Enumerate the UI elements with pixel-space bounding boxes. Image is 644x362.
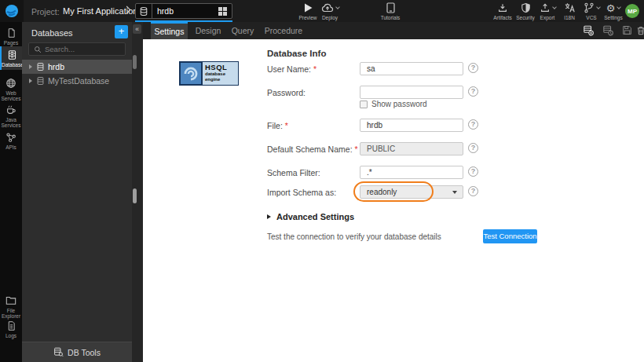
help-icon[interactable]: ? xyxy=(468,143,478,153)
globe-icon xyxy=(0,77,22,89)
password-label: Password: xyxy=(267,88,361,97)
tab-design[interactable]: Design xyxy=(192,22,225,39)
tutorials-book-icon xyxy=(375,2,406,13)
scrollbar-thumb[interactable] xyxy=(133,55,137,69)
username-label: User Name:* xyxy=(267,64,361,74)
show-password-checkbox[interactable] xyxy=(360,101,368,108)
tutorials-button[interactable]: Tutorials xyxy=(375,2,406,20)
hsql-spiral-icon xyxy=(179,61,203,86)
db-tree-item-hrdb[interactable]: hrdb xyxy=(22,60,132,74)
add-database-button[interactable]: + xyxy=(115,25,128,38)
search-input[interactable] xyxy=(45,45,119,53)
expand-caret-icon xyxy=(267,214,271,219)
sidebar-item-file-explorer[interactable]: File Explorer xyxy=(0,292,22,319)
sidebar-item-logs[interactable]: Logs xyxy=(0,317,22,338)
expand-caret-icon[interactable] xyxy=(29,64,32,69)
schema-filter-field[interactable] xyxy=(360,166,463,179)
log-file-icon xyxy=(0,320,22,331)
test-connection-button[interactable]: Test Connection xyxy=(483,229,537,243)
file-field[interactable] xyxy=(360,119,463,132)
databases-panel: Databases + hrdb MyTestDatabase xyxy=(22,22,132,362)
db-tools-icon xyxy=(53,347,64,357)
gear-icon: ⚙ xyxy=(606,3,616,13)
collapse-panel-button[interactable]: « xyxy=(133,24,141,34)
coffee-cup-icon xyxy=(0,104,22,115)
top-bar: Project: My First Application hrdb Previ… xyxy=(0,0,644,22)
open-db-tab-label: hrdb xyxy=(152,6,218,16)
help-icon[interactable]: ? xyxy=(468,186,478,196)
search-box[interactable] xyxy=(28,42,126,56)
export-database-button[interactable] xyxy=(602,25,614,36)
db-tree-item-mytestdatabase[interactable]: MyTestDatabase xyxy=(22,74,132,88)
database-icon xyxy=(2,49,22,60)
settings-button[interactable]: ⚙ Settings xyxy=(598,2,629,20)
left-nav-rail: Pages Databases Web Services xyxy=(0,22,22,362)
api-nodes-icon xyxy=(0,131,22,143)
database-icon xyxy=(136,4,152,18)
import-schema-label: Import Schema as: xyxy=(267,188,361,197)
sidebar-item-apis[interactable]: APIs xyxy=(0,129,22,150)
file-label: File:* xyxy=(267,121,361,130)
db-tools-button[interactable]: DB Tools xyxy=(22,342,132,362)
help-icon[interactable]: ? xyxy=(468,119,478,130)
default-schema-field xyxy=(360,142,463,155)
sidebar-item-web-services[interactable]: Web Services xyxy=(0,75,22,101)
db-tab-bar: Settings Design Query Procedure xyxy=(143,22,644,39)
expand-caret-icon[interactable] xyxy=(29,79,32,83)
show-password-label: Show password xyxy=(371,100,427,108)
project-label: Project: xyxy=(31,7,60,16)
reimport-database-button[interactable] xyxy=(583,25,595,36)
wavemaker-logo-icon xyxy=(5,4,19,18)
hsql-logo-line2: engine xyxy=(205,77,238,82)
app-window: Project: My First Application hrdb Previ… xyxy=(0,0,644,362)
deploy-button[interactable]: Deploy xyxy=(314,2,346,20)
sidebar-item-databases[interactable]: Databases xyxy=(0,46,22,70)
default-schema-label: Default Schema Name:* xyxy=(267,144,361,154)
scrollbar-thumb[interactable] xyxy=(133,188,137,203)
hsql-logo-title: HSQL xyxy=(205,64,238,71)
advanced-settings-toggle[interactable]: Advanced Settings xyxy=(267,212,354,221)
help-icon[interactable]: ? xyxy=(468,63,478,73)
database-icon xyxy=(36,76,45,86)
tab-procedure[interactable]: Procedure xyxy=(261,22,306,39)
wavemaker-logo[interactable] xyxy=(0,0,24,22)
delete-database-button[interactable] xyxy=(636,25,644,36)
tab-settings[interactable]: Settings xyxy=(151,22,188,39)
panel-collapse-strip: « xyxy=(132,22,143,362)
database-icon xyxy=(36,62,45,71)
help-icon[interactable]: ? xyxy=(468,166,478,177)
tab-query[interactable]: Query xyxy=(228,22,258,39)
save-button[interactable] xyxy=(622,25,632,35)
user-avatar[interactable]: MP xyxy=(625,4,639,18)
sidebar-item-pages[interactable]: Pages xyxy=(0,24,22,46)
import-schema-select[interactable]: readonly xyxy=(360,185,463,199)
open-db-tab-hrdb[interactable]: hrdb xyxy=(135,3,232,19)
section-heading: Database Info xyxy=(267,49,326,58)
page-icon xyxy=(0,27,22,38)
panel-title: Databases xyxy=(31,28,73,38)
sidebar-item-java-services[interactable]: Java Services xyxy=(0,101,22,128)
schema-filter-label: Schema Filter: xyxy=(267,168,361,177)
help-icon[interactable]: ? xyxy=(468,86,478,97)
test-connection-note: Test the connection to verify your datab… xyxy=(267,232,441,241)
username-field[interactable] xyxy=(360,62,463,75)
settings-content: HSQL database engine Database Info User … xyxy=(143,39,644,362)
grid-view-icon[interactable] xyxy=(218,7,227,16)
chevron-down-icon xyxy=(452,191,457,194)
search-icon xyxy=(34,46,42,53)
hsql-logo: HSQL database engine xyxy=(179,61,239,86)
folder-icon xyxy=(0,294,22,306)
password-field[interactable] xyxy=(360,86,463,99)
cloud-upload-icon xyxy=(314,2,346,13)
